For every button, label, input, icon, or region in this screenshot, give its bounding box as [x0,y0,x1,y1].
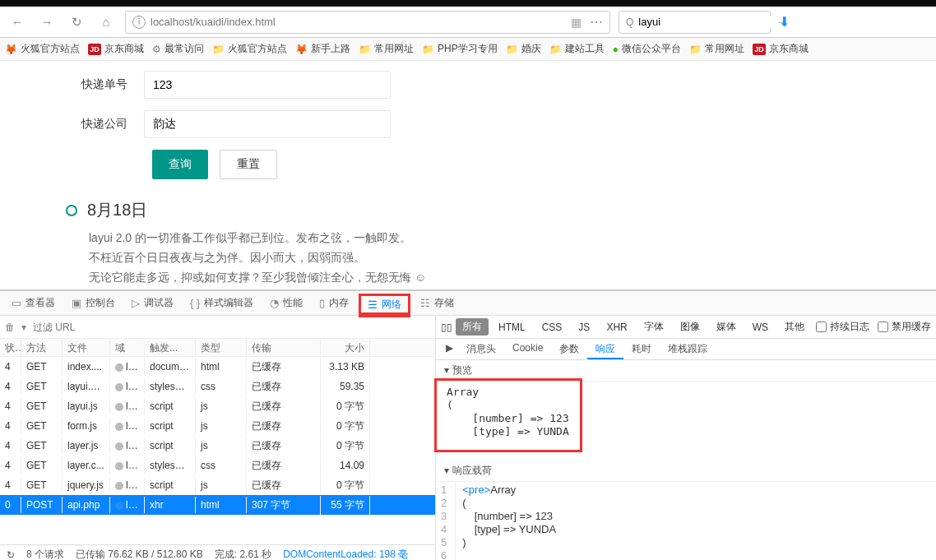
bookmark-item[interactable]: 📁火狐官方站点 [212,42,287,56]
trash-icon[interactable]: 🗑 [5,322,15,333]
subtab-params[interactable]: 参数 [551,339,587,359]
footer-requests: 8 个请求 [26,548,64,560]
payload-section-header[interactable]: ▾响应载荷 [436,460,936,482]
col-header[interactable]: 传输 [247,339,321,356]
url-input[interactable] [151,16,566,28]
network-type-filters: ▯▯ 所有 HTML CSS JS XHR 字体 图像 媒体 WS 其他 持续日… [436,316,936,339]
info-icon[interactable]: i [132,16,146,29]
detail-subtabs: ▶ 消息头 Cookie 参数 响应 耗时 堆栈跟踪 [436,339,936,360]
devtools-tab-perf[interactable]: ◔性能 [263,291,309,315]
bookmark-item[interactable]: 📁建站工具 [549,42,605,56]
query-button[interactable]: 查询 [152,150,208,179]
pause-icon[interactable]: ▯▯ [441,322,452,333]
bookmark-item[interactable]: 🦊新手上路 [295,42,350,56]
col-header[interactable]: 域 [110,339,145,356]
play-icon[interactable]: ▶ [441,339,458,359]
search-input[interactable] [638,16,776,28]
filter-other[interactable]: 其他 [778,318,811,336]
preview-body: Array ( [number] => 123 [type] => YUNDA [436,382,936,460]
back-button[interactable]: ← [7,12,28,33]
timeline-date: 8月18日 [87,199,147,221]
filter-xhr[interactable]: XHR [600,320,633,335]
network-request-row[interactable]: 0POSTapi.phplo...xhrhtml307 字节55 字节 [0,495,435,515]
filter-ws[interactable]: WS [746,320,775,335]
filter-font[interactable]: 字体 [637,318,670,336]
disable-cache-checkbox[interactable]: 禁用缓存 [878,320,931,334]
network-request-row[interactable]: 4GETlayer.c...lo...stylesheetcss已缓存14.09 [0,456,435,475]
bookmark-item[interactable]: 📁常用网址 [359,42,414,56]
network-request-row[interactable]: 4GETlayui.jslo...scriptjs已缓存0 字节 [0,396,435,416]
filter-html[interactable]: HTML [492,320,532,335]
bookmarks-bar: 🦊火狐官方站点 JD京东商城 ⚙最常访问 📁火狐官方站点 🦊新手上路 📁常用网址… [0,38,936,61]
browser-toolbar: ← → ↻ ⌂ i ▦ ⋯ Q → ⬇ [0,7,936,38]
network-filter-bar: 🗑 ▾ [0,316,435,339]
filter-input[interactable] [33,322,156,333]
input-company[interactable] [144,110,391,138]
devtools-tab-inspector[interactable]: ▭查看器 [5,291,62,315]
timeline: 8月18日 layui 2.0 的一切准备工作似乎都已到位。发布之弦，一触即发。… [66,199,936,287]
url-bar[interactable]: i ▦ ⋯ [125,11,610,34]
footer-transfer: 已传输 76.62 KB / 512.80 KB [76,548,203,560]
network-request-row[interactable]: 4GETlayer.jslo...scriptjs已缓存0 字节 [0,436,435,456]
reset-button[interactable]: 重置 [220,150,277,179]
bookmark-item[interactable]: JD京东商城 [88,42,144,56]
col-header[interactable]: 方法 [21,339,63,356]
bookmark-item[interactable]: JD京东商城 [753,42,809,56]
caret-down-icon: ▾ [444,364,449,376]
subtab-cookies[interactable]: Cookie [504,339,551,359]
col-header[interactable]: 文件 [63,339,110,356]
network-request-row[interactable]: 4GETindex....lo...documenthtml已缓存3.13 KB [0,357,435,377]
subtab-headers[interactable]: 消息头 [458,339,504,359]
filter-media[interactable]: 媒体 [710,318,743,336]
devtools-tab-style[interactable]: { }样式编辑器 [183,291,260,315]
search-bar[interactable]: Q → [619,11,771,34]
col-header[interactable]: 大小 [321,339,370,356]
filter-js[interactable]: JS [572,320,596,335]
bookmark-item[interactable]: ⚙最常访问 [152,42,204,56]
reload-icon[interactable]: ↻ [7,549,15,561]
bookmark-item[interactable]: 📁PHP学习专用 [422,42,498,56]
bookmark-item[interactable]: ●微信公众平台 [613,42,681,56]
col-header[interactable]: 状态 [0,339,21,356]
caret-down-icon: ▾ [444,465,449,476]
devtools-tab-storage[interactable]: ☷存储 [414,291,461,315]
qr-icon[interactable]: ▦ [571,16,582,29]
devtools-tab-network[interactable]: ☰网络 [359,294,410,317]
subtab-response[interactable]: 响应 [587,339,623,359]
reload-button[interactable]: ↻ [66,12,87,33]
bookmark-item[interactable]: 📁婚庆 [506,42,541,56]
filter-img[interactable]: 图像 [674,318,707,336]
timeline-text: layui 2.0 的一切准备工作似乎都已到位。发布之弦，一触即发。 [89,228,936,248]
devtools-tab-console[interactable]: ▣控制台 [65,291,122,315]
search-engine-icon: Q [626,16,633,28]
persist-log-checkbox[interactable]: 持续日志 [816,320,869,334]
bookmark-item[interactable]: 🦊火狐官方站点 [5,42,80,56]
col-header[interactable]: 触发... [145,339,196,356]
devtools-tab-debugger[interactable]: ▷调试器 [125,291,180,315]
devtools-tab-memory[interactable]: ▯内存 [313,291,355,315]
network-header: 状态 方法 文件 域 触发... 类型 传输 大小 [0,339,435,357]
network-panel: 🗑 ▾ 状态 方法 文件 域 触发... 类型 传输 大小 4GETindex.… [0,316,936,560]
download-icon[interactable]: ⬇ [779,14,790,30]
network-request-row[interactable]: 4GETlayui.csslo...stylesheetcss已缓存59.35 [0,377,435,396]
input-number[interactable] [144,71,391,99]
highlighted-preview: Array ( [number] => 123 [type] => YUNDA [434,378,582,452]
forward-button[interactable]: → [36,12,58,33]
col-header[interactable]: 类型 [196,339,247,356]
filter-all[interactable]: 所有 [456,318,489,336]
filter-css[interactable]: CSS [535,320,569,335]
filter-icon[interactable]: ▾ [21,322,26,333]
page-actions-icon[interactable]: ⋯ [590,14,603,30]
network-request-row[interactable]: 4GETform.jslo...scriptjs已缓存0 字节 [0,416,435,436]
timeline-text: 无论它能走多远，抑或如何支撑？至少我曾倾注全心，无怨无悔 ☺ [89,267,936,287]
network-request-row[interactable]: 4GETjquery.jslo...scriptjs已缓存0 字节 [0,475,435,495]
preview-text: Array ( [number] => 123 [type] => YUNDA [447,386,570,438]
timeline-node-icon [66,205,77,216]
bookmark-item[interactable]: 📁常用网址 [689,42,744,56]
subtab-timing[interactable]: 耗时 [623,339,660,359]
home-button[interactable]: ⌂ [95,12,117,33]
network-list-panel: 🗑 ▾ 状态 方法 文件 域 触发... 类型 传输 大小 4GETindex.… [0,316,436,560]
subtab-stack[interactable]: 堆栈跟踪 [660,339,716,359]
timeline-text: 不枉近百个日日夜夜与之为伴。因小而大，因弱而强。 [89,248,936,267]
network-detail-panel: ▯▯ 所有 HTML CSS JS XHR 字体 图像 媒体 WS 其他 持续日… [436,316,936,560]
